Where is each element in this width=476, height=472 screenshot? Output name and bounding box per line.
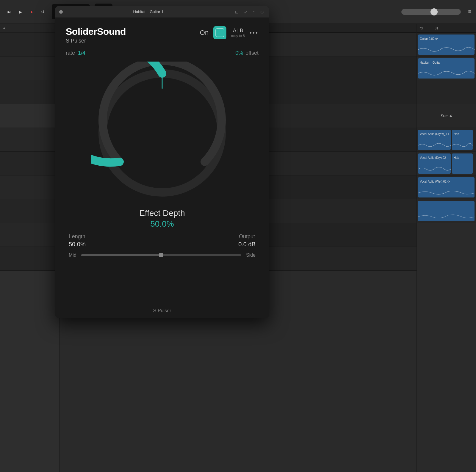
plugin-scroll-icon[interactable]: ↕ (252, 9, 256, 15)
window-close-dot[interactable] (59, 10, 63, 14)
right-clip-bottom[interactable] (418, 201, 475, 221)
plugin-body: SoliderSound S Pulser On A | B copy to B… (55, 18, 269, 318)
output-label: Output (239, 233, 255, 240)
plugin-controls-top: On A | B copy to B ••• (200, 26, 259, 39)
svg-point-0 (103, 73, 222, 192)
on-toggle[interactable] (213, 26, 226, 39)
offset-value[interactable]: 0% (235, 50, 243, 56)
right-clip-label-guitar: Guitar 2.02 ⟳ (420, 37, 438, 40)
ms-slider-thumb[interactable] (159, 253, 163, 257)
length-value[interactable]: 50.0% (69, 241, 86, 248)
record-button[interactable]: ● (27, 8, 36, 16)
right-clip-hab1-label: Hab (454, 132, 459, 136)
output-value[interactable]: 0.0 dB (238, 241, 256, 248)
right-track-row-1: Guitar 2.02 ⟳ (417, 33, 476, 57)
right-clip-hab2[interactable]: Hab (452, 153, 473, 174)
plugin-brand: SoliderSound S Pulser (66, 26, 126, 44)
right-clip-habitat[interactable]: Habitat _ Guita (418, 58, 475, 79)
right-track-row-4: Sum 4 (417, 104, 476, 128)
plugin-pin-icon[interactable]: ⊙ (259, 9, 265, 15)
right-track-row-8 (417, 199, 476, 223)
track-header-5 (0, 128, 59, 152)
mid-side-slider[interactable] (81, 254, 241, 256)
track-headers-left: ✦ (0, 24, 60, 472)
length-param: Length 50.0% (69, 233, 86, 248)
master-volume-slider[interactable] (401, 9, 461, 15)
ms-slider-fill (81, 254, 161, 256)
knob-svg (91, 62, 234, 204)
rate-section: rate 1/4 (66, 50, 85, 56)
loop-button[interactable]: ↺ (39, 8, 47, 16)
track-header-3 (0, 80, 59, 104)
menu-icon[interactable]: ≡ (468, 9, 471, 15)
output-param: Output 0.0 dB (238, 233, 256, 248)
right-track-row-2: Habitat _ Guita (417, 57, 476, 80)
plugin-title: Habitat _ Guitar 1 (66, 10, 231, 14)
on-label: On (200, 29, 209, 37)
length-label: Length (69, 233, 85, 240)
mid-label: Mid (69, 253, 76, 258)
ruler-left: ✦ (0, 24, 59, 33)
offset-label: offset (245, 50, 259, 56)
ab-section: A | B copy to B (231, 28, 245, 37)
right-clip-vocal-wet[interactable]: Vocal Adlib (Wet).02 ⟳ (418, 177, 475, 197)
knob-container[interactable] (91, 62, 234, 204)
track-header-2 (0, 57, 59, 80)
master-slider-thumb[interactable] (430, 8, 438, 15)
track-header-1 (0, 33, 59, 57)
side-label: Side (246, 253, 256, 258)
right-ruler: 73 81 (417, 24, 476, 33)
plugin-header: SoliderSound S Pulser On A | B copy to B… (66, 26, 259, 44)
rate-row: rate 1/4 0% offset (66, 50, 259, 56)
right-clip-hab2-label: Hab (454, 156, 459, 159)
ab-label: A | B (233, 28, 243, 33)
track-header-7 (0, 175, 59, 199)
transport-controls: ⏮ ▶ ● ↺ (5, 8, 47, 16)
on-toggle-inner (215, 28, 224, 37)
track-header-6 (0, 152, 59, 175)
rate-value[interactable]: 1/4 (78, 50, 85, 56)
track-header-4 (0, 104, 59, 128)
ab-copy-label: copy to B (231, 34, 245, 37)
right-clip-guitar[interactable]: Guitar 2.02 ⟳ (418, 35, 475, 55)
rate-label: rate (66, 50, 75, 56)
right-clip-vocal-wet-label: Vocal Adlib (Wet).02 ⟳ (420, 180, 450, 183)
right-clip-vocal1[interactable]: Vocal Adlib (Dry w_ Fi (418, 130, 451, 150)
right-track-row-3 (417, 80, 476, 104)
plugin-window-icon[interactable]: ⊡ (234, 9, 240, 15)
right-clip-vocal1-label: Vocal Adlib (Dry w_ Fi (420, 132, 449, 136)
right-clip-vocal2[interactable]: Vocal Adlib (Dry).02 (418, 153, 451, 174)
right-clip-label-habitat: Habitat _ Guita (420, 61, 440, 64)
plugin-expand-icon[interactable]: ⤢ (243, 9, 249, 15)
right-track-row-5: Vocal Adlib (Dry w_ Fi Hab (417, 128, 476, 152)
plugin-footer: S Pulser (55, 308, 269, 313)
ruler-mark-73: 73 (419, 26, 423, 30)
plugin-window: Habitat _ Guitar 1 ⊡ ⤢ ↕ ⊙ SoliderSound … (55, 6, 269, 318)
play-button[interactable]: ▶ (16, 8, 24, 16)
sum4-label: Sum 4 (418, 106, 475, 126)
right-track-row-7: Vocal Adlib (Wet).02 ⟳ (417, 175, 476, 199)
offset-section: 0% offset (235, 50, 259, 56)
right-track-row-6: Vocal Adlib (Dry).02 Hab (417, 152, 476, 175)
plugin-titlebar: Habitat _ Guitar 1 ⊡ ⤢ ↕ ⊙ (55, 6, 269, 18)
plugin-product-name: S Pulser (66, 38, 126, 44)
ruler-mark-81: 81 (435, 26, 438, 30)
mid-side-row: Mid Side (66, 253, 259, 258)
track-area-right: 73 81 Guitar 2.02 ⟳ Habitat _ Guita (416, 24, 476, 472)
knob-value[interactable]: 50.0% (150, 219, 174, 229)
bottom-params: Length 50.0% Output 0.0 dB (66, 233, 259, 248)
plugin-brand-name: SoliderSound (66, 26, 126, 37)
track-header-10 (0, 247, 59, 271)
dots-menu[interactable]: ••• (250, 29, 259, 36)
right-clip-vocal2-label: Vocal Adlib (Dry).02 (420, 156, 446, 159)
rewind-button[interactable]: ⏮ (5, 8, 13, 16)
ruler-icon: ✦ (2, 26, 6, 31)
knob-label: Effect Depth (139, 208, 185, 218)
right-clip-hab1[interactable]: Hab (452, 130, 473, 150)
track-header-9 (0, 223, 59, 247)
track-header-8 (0, 199, 59, 223)
